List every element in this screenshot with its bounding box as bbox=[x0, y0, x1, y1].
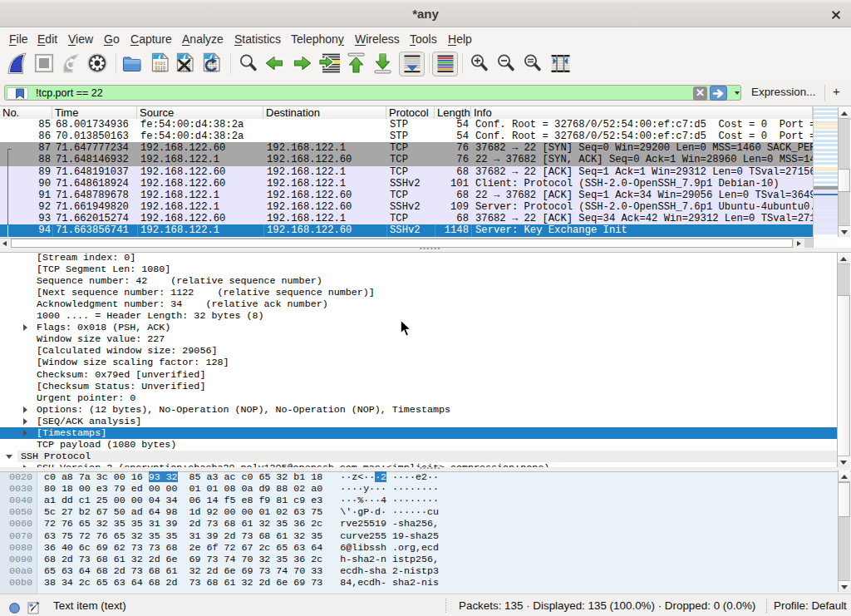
svg-text:0111: 0111 bbox=[155, 69, 165, 73]
